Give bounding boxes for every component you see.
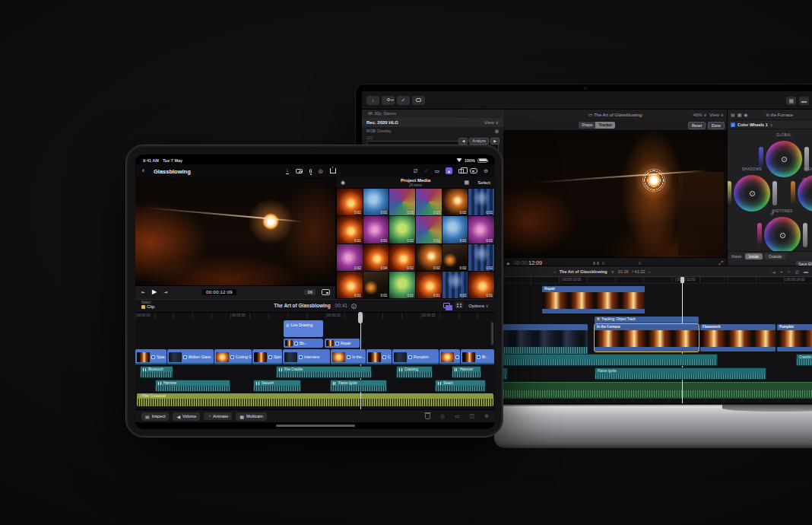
next-project-icon[interactable]: › [649,269,650,274]
select-button[interactable]: Select [477,180,490,185]
media-thumbnail[interactable]: 0:01 [389,272,415,298]
media-thumbnail[interactable]: 0:02 [337,244,363,271]
frame-icon[interactable]: ▭ [434,168,439,174]
storyline-clip[interactable]: Interview [283,349,330,364]
media-browser-icon[interactable]: ▴ [446,167,452,174]
audio-clip[interactable] [488,354,718,366]
next-frame-button[interactable]: ▶ [490,138,500,145]
color-wheel-highlights[interactable]: HIGHLIGHTS↺ [795,173,812,214]
media-thumbnail[interactable]: 0:03 [389,189,415,215]
share-icon[interactable] [330,168,336,173]
audio-clip[interactable]: Flame Ignite [595,368,766,380]
color-wheel-midtones[interactable]: MIDTONES↺ [762,215,803,256]
clip-appearance-icon[interactable]: ▬ [804,269,808,274]
mac-viewer-video[interactable] [503,130,727,257]
media-thumbnail[interactable]: 0:01 [337,216,363,243]
camera-icon[interactable] [296,169,303,173]
import-icon[interactable]: ↓ [286,167,289,174]
audio-clip[interactable]: Hammer [155,380,230,392]
info-icon[interactable]: i [351,304,357,309]
wheel-ring[interactable] [798,175,812,212]
audio-clip[interactable]: Cracklin [796,354,812,366]
media-thumbnail[interactable]: 0:01 [442,216,468,243]
snapping-icon[interactable]: ✓ [424,168,429,174]
wheel-saturation-arc[interactable] [757,223,762,247]
storyline-clip[interactable]: Br... [461,349,494,364]
wheel-saturation-arc[interactable] [727,181,731,205]
effect-checkbox[interactable]: ✓ [731,123,735,127]
timeline-panel-icon[interactable]: ▬ [799,97,809,105]
media-thumbnail[interactable]: 0:03 [416,189,442,215]
scope-view-menu[interactable]: View ∨ [484,118,499,127]
mac-import-button[interactable]: ↓ [366,96,379,105]
media-thumbnail[interactable]: 0:02 [389,244,415,271]
record-icon[interactable]: ◎ [319,168,323,174]
storyline-clip[interactable]: Cutting Gl... [214,349,252,364]
wheel-brightness-arc[interactable] [772,181,777,205]
overlay-grid-icon[interactable]: ▦ [495,127,499,135]
media-thumbnail[interactable]: 0:02 [442,244,468,271]
storyline-clip[interactable]: Pumpkin [777,324,812,352]
soundboard-icon[interactable] [455,302,463,308]
connected-clip[interactable]: Repair [325,339,360,348]
display-output-icon[interactable] [322,289,330,295]
audio-clip[interactable]: Steam [435,380,486,392]
mac-tasks-button[interactable]: ✓ [397,96,410,105]
timeline-project-title[interactable]: The Art of Glassblowing [560,269,607,274]
multicam-button[interactable]: ▦Multicam [236,412,267,421]
reset-button[interactable]: Reset [688,122,706,129]
object-tracker-overlay[interactable] [642,169,665,192]
analyze-button[interactable]: Analyze [469,138,489,145]
wheel-brightness-arc[interactable] [803,223,807,247]
storyline-clip[interactable]: In the Furnace [595,324,699,352]
options-menu[interactable]: Options ∨ [468,303,489,308]
mac-comments-button[interactable] [412,96,425,105]
connected-clip[interactable]: ◎Live Drawing [284,320,323,337]
color-inspector-icon[interactable]: ▦ [737,112,742,117]
storyline-clip[interactable]: C... [366,349,392,364]
prev-project-icon[interactable]: ‹ [554,269,556,274]
viewer-view-menu[interactable]: View ∨ [709,113,724,117]
audio-clip[interactable]: Hammer [452,366,481,378]
media-thumbnail[interactable]: 0:01 [416,216,442,243]
storyline-clip[interactable]: In the... [331,349,366,364]
viewer-zoom-menu[interactable]: 46% ∨ [693,113,707,117]
storyline-clip[interactable]: Spar... [135,349,167,364]
media-thumbnail[interactable]: 0:02 [468,244,494,271]
media-thumbnail[interactable]: 0:04 [363,244,389,271]
animate-button[interactable]: ◔Animate [204,412,232,420]
mask-outside-button[interactable]: Outside [765,253,785,259]
skip-forward-icon[interactable]: ⇥ [163,289,167,294]
mask-inside-button[interactable]: Inside [745,253,763,259]
audio-clip[interactable]: Cracking [396,366,433,378]
grid-view-icon[interactable]: ▦ [464,180,469,186]
audio-clip[interactable]: Blowtorch [140,366,173,378]
media-thumbnail[interactable]: 0:01 [363,216,389,243]
trash-icon[interactable] [425,413,430,419]
done-button[interactable]: Done [708,122,725,129]
audio-clip[interactable]: Swoosh [253,380,301,392]
storyline-clip[interactable]: Flamework [700,324,776,352]
media-thumbnail[interactable]: 0:02 [442,272,468,298]
split-icon[interactable]: ◫ [470,413,475,419]
media-thumbnail[interactable]: 0:02 [442,189,468,215]
media-thumbnail[interactable]: 0:01 [416,272,442,298]
media-thumbnail[interactable]: 0:02 [468,189,494,215]
skimming-icon[interactable]: ∩ [787,269,790,274]
skimming-icon[interactable]: ∅ [414,168,418,174]
info-inspector-icon[interactable]: ◉ [744,112,747,117]
shape-tracker-segment[interactable]: Shape Tracker [579,122,615,129]
wheel-saturation-arc[interactable] [791,181,795,205]
media-thumbnail[interactable]: 0:02 [337,189,363,215]
speed-badge[interactable]: 36 [304,289,316,295]
timeline-scrollbar[interactable] [491,322,493,345]
mac-keywords-button[interactable] [382,96,395,105]
storyline-clip[interactable]: Pumpkin [392,349,439,364]
media-thumbnail[interactable]: 0:02 [389,216,415,243]
wheel-center-control[interactable] [750,191,755,196]
more-icon[interactable]: ⊖ [484,168,488,174]
connected-clip[interactable]: Blo... [284,339,323,348]
storyline-clip[interactable]: Molten Glass [167,349,214,364]
effect-name[interactable]: Color Wheels 1 [737,123,768,127]
media-thumbnail[interactable]: 0:02 [468,216,494,243]
